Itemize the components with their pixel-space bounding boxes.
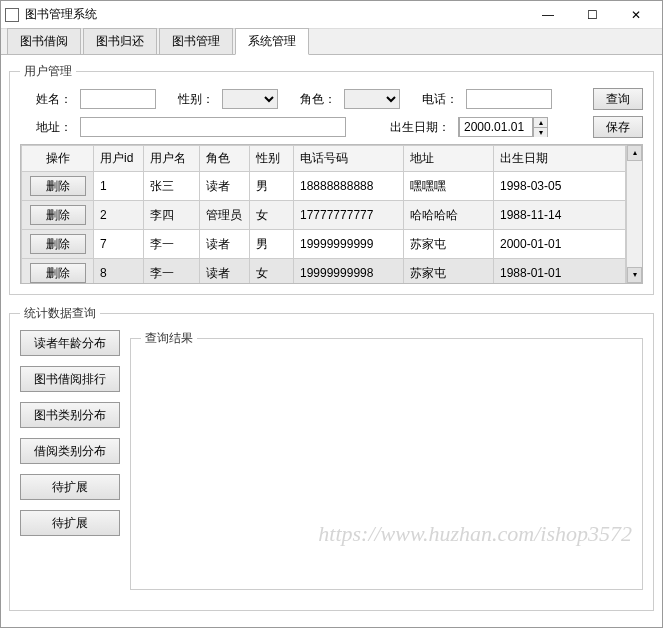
stats-group: 统计数据查询 读者年龄分布图书借阅排行图书类别分布借阅类别分布待扩展待扩展 查询… bbox=[9, 305, 654, 611]
delete-button[interactable]: 删除 bbox=[30, 263, 86, 283]
save-button[interactable]: 保存 bbox=[593, 116, 643, 138]
spin-up-icon[interactable]: ▴ bbox=[534, 118, 547, 128]
query-button[interactable]: 查询 bbox=[593, 88, 643, 110]
cell-address: 哈哈哈哈 bbox=[404, 201, 494, 230]
user-management-legend: 用户管理 bbox=[20, 63, 76, 80]
cell-id: 7 bbox=[94, 230, 144, 259]
cell-name: 张三 bbox=[144, 172, 200, 201]
cell-birth: 1988-01-01 bbox=[494, 259, 626, 284]
tab-book-manage[interactable]: 图书管理 bbox=[159, 28, 233, 55]
cell-name: 李一 bbox=[144, 230, 200, 259]
table-row[interactable]: 删除2李四管理员女17777777777哈哈哈哈1988-11-14 bbox=[22, 201, 626, 230]
col-phone: 电话号码 bbox=[294, 146, 404, 172]
cell-phone: 19999999999 bbox=[294, 230, 404, 259]
cell-birth: 1988-11-14 bbox=[494, 201, 626, 230]
label-phone: 电话： bbox=[406, 91, 458, 108]
cell-address: 嘿嘿嘿 bbox=[404, 172, 494, 201]
cell-birth: 2000-01-01 bbox=[494, 230, 626, 259]
user-management-group: 用户管理 姓名： 性别： 角色： 电话： 查询 地址： 出生日期： bbox=[9, 63, 654, 295]
stats-button-4[interactable]: 待扩展 bbox=[20, 474, 120, 500]
cell-name: 李四 bbox=[144, 201, 200, 230]
label-birth: 出生日期： bbox=[378, 119, 450, 136]
stats-button-0[interactable]: 读者年龄分布 bbox=[20, 330, 120, 356]
col-role: 角色 bbox=[200, 146, 250, 172]
user-table: 操作 用户id 用户名 角色 性别 电话号码 地址 出生日期 删除1张三读者男1… bbox=[21, 145, 626, 283]
gender-select[interactable] bbox=[222, 89, 278, 109]
app-icon bbox=[5, 8, 19, 22]
cell-name: 李一 bbox=[144, 259, 200, 284]
stats-button-1[interactable]: 图书借阅排行 bbox=[20, 366, 120, 392]
stats-button-column: 读者年龄分布图书借阅排行图书类别分布借阅类别分布待扩展待扩展 bbox=[20, 330, 120, 600]
cell-phone: 18888888888 bbox=[294, 172, 404, 201]
cell-gender: 女 bbox=[250, 201, 294, 230]
tab-strip: 图书借阅 图书归还 图书管理 系统管理 bbox=[1, 29, 662, 55]
results-legend: 查询结果 bbox=[141, 330, 197, 347]
label-gender: 性别： bbox=[162, 91, 214, 108]
col-id: 用户id bbox=[94, 146, 144, 172]
stats-button-2[interactable]: 图书类别分布 bbox=[20, 402, 120, 428]
cell-gender: 女 bbox=[250, 259, 294, 284]
stats-legend: 统计数据查询 bbox=[20, 305, 100, 322]
cell-address: 苏家屯 bbox=[404, 259, 494, 284]
tab-book-return[interactable]: 图书归还 bbox=[83, 28, 157, 55]
col-op: 操作 bbox=[22, 146, 94, 172]
minimize-button[interactable]: — bbox=[526, 1, 570, 29]
cell-id: 1 bbox=[94, 172, 144, 201]
table-scrollbar[interactable]: ▴ ▾ bbox=[626, 145, 642, 283]
cell-role: 读者 bbox=[200, 230, 250, 259]
col-gender: 性别 bbox=[250, 146, 294, 172]
name-input[interactable] bbox=[80, 89, 156, 109]
table-row[interactable]: 删除7李一读者男19999999999苏家屯2000-01-01 bbox=[22, 230, 626, 259]
form-row-1: 姓名： 性别： 角色： 电话： 查询 bbox=[20, 88, 643, 110]
cell-gender: 男 bbox=[250, 172, 294, 201]
user-table-wrap: 操作 用户id 用户名 角色 性别 电话号码 地址 出生日期 删除1张三读者男1… bbox=[20, 144, 643, 284]
stats-button-3[interactable]: 借阅类别分布 bbox=[20, 438, 120, 464]
scroll-up-icon[interactable]: ▴ bbox=[627, 145, 642, 161]
scroll-down-icon[interactable]: ▾ bbox=[627, 267, 642, 283]
table-row[interactable]: 删除1张三读者男18888888888嘿嘿嘿1998-03-05 bbox=[22, 172, 626, 201]
cell-phone: 19999999998 bbox=[294, 259, 404, 284]
tab-book-borrow[interactable]: 图书借阅 bbox=[7, 28, 81, 55]
cell-role: 读者 bbox=[200, 259, 250, 284]
form-row-2: 地址： 出生日期： ▴ ▾ 保存 bbox=[20, 116, 643, 138]
role-select[interactable] bbox=[344, 89, 400, 109]
birth-date-field[interactable]: ▴ ▾ bbox=[458, 117, 548, 137]
cell-id: 2 bbox=[94, 201, 144, 230]
table-header-row: 操作 用户id 用户名 角色 性别 电话号码 地址 出生日期 bbox=[22, 146, 626, 172]
col-address: 地址 bbox=[404, 146, 494, 172]
label-address: 地址： bbox=[20, 119, 72, 136]
cell-gender: 男 bbox=[250, 230, 294, 259]
cell-role: 管理员 bbox=[200, 201, 250, 230]
label-name: 姓名： bbox=[20, 91, 72, 108]
close-button[interactable]: ✕ bbox=[614, 1, 658, 29]
cell-role: 读者 bbox=[200, 172, 250, 201]
stats-button-5[interactable]: 待扩展 bbox=[20, 510, 120, 536]
delete-button[interactable]: 删除 bbox=[30, 176, 86, 196]
cell-id: 8 bbox=[94, 259, 144, 284]
window-title: 图书管理系统 bbox=[25, 6, 526, 23]
address-input[interactable] bbox=[80, 117, 346, 137]
results-group: 查询结果 bbox=[130, 330, 643, 590]
phone-input[interactable] bbox=[466, 89, 552, 109]
table-row[interactable]: 删除8李一读者女19999999998苏家屯1988-01-01 bbox=[22, 259, 626, 284]
col-birth: 出生日期 bbox=[494, 146, 626, 172]
birth-date-input[interactable] bbox=[459, 117, 533, 137]
delete-button[interactable]: 删除 bbox=[30, 205, 86, 225]
delete-button[interactable]: 删除 bbox=[30, 234, 86, 254]
app-window: 图书管理系统 — ☐ ✕ 图书借阅 图书归还 图书管理 系统管理 用户管理 姓名… bbox=[0, 0, 663, 628]
title-bar: 图书管理系统 — ☐ ✕ bbox=[1, 1, 662, 29]
tab-system-manage[interactable]: 系统管理 bbox=[235, 28, 309, 55]
label-role: 角色： bbox=[284, 91, 336, 108]
spin-down-icon[interactable]: ▾ bbox=[534, 128, 547, 137]
cell-birth: 1998-03-05 bbox=[494, 172, 626, 201]
cell-phone: 17777777777 bbox=[294, 201, 404, 230]
maximize-button[interactable]: ☐ bbox=[570, 1, 614, 29]
cell-address: 苏家屯 bbox=[404, 230, 494, 259]
col-name: 用户名 bbox=[144, 146, 200, 172]
tab-content: 用户管理 姓名： 性别： 角色： 电话： 查询 地址： 出生日期： bbox=[1, 55, 662, 627]
